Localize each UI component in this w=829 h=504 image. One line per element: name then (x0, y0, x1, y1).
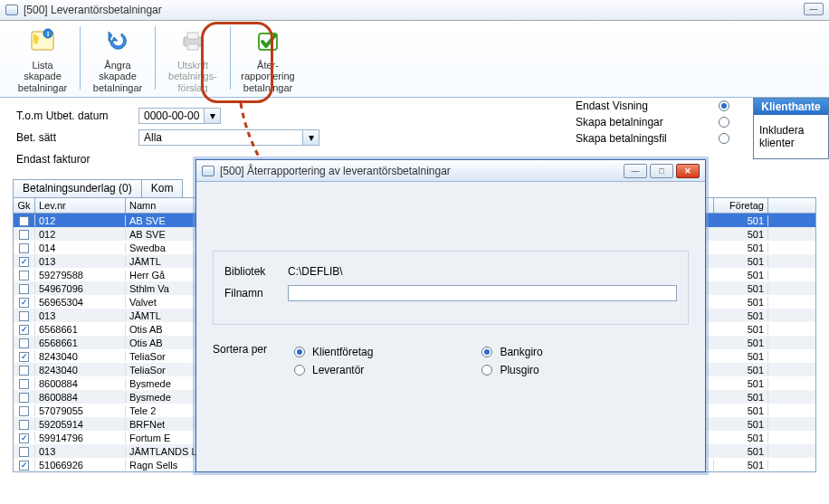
toolbar-lista-button[interactable]: i Lista skapade betalningar (9, 26, 76, 94)
chevron-down-icon[interactable]: ▾ (204, 109, 220, 123)
row-checkbox[interactable] (19, 230, 29, 240)
printer-icon (159, 28, 226, 56)
cell-levnr: 59279588 (35, 270, 126, 281)
radio-leverantor-label: Leverantör (312, 364, 364, 376)
dialog-titlebar[interactable]: [500] Återrapportering av leverantörsbet… (196, 160, 705, 182)
cell-levnr: 013 (35, 446, 126, 457)
cell-foretag: 501 (714, 419, 768, 430)
dialog-max-button[interactable]: □ (650, 164, 673, 178)
row-checkbox[interactable] (19, 338, 29, 348)
radio-leverantor[interactable] (294, 365, 305, 376)
svg-text:i: i (47, 30, 49, 38)
bet-value: Alla (139, 130, 167, 145)
dialog-min-button[interactable]: — (624, 164, 647, 178)
sort-label: Sortera per (213, 343, 294, 356)
radio-endast-visning[interactable] (719, 100, 729, 111)
radio-skapa-betal-label: Skapa betalningar (576, 116, 711, 128)
cell-levnr: 54967096 (35, 283, 126, 294)
main-title: [500] Leverantörsbetalningar (24, 4, 162, 16)
row-checkbox[interactable] (19, 284, 29, 294)
cell-foretag: 501 (714, 446, 768, 457)
row-checkbox[interactable] (19, 257, 29, 267)
klient-panel: Klienthante Inkludera klienter (753, 98, 829, 159)
radio-plusgiro[interactable] (481, 365, 492, 376)
dialog-title: [500] Återrapportering av leverantörsbet… (220, 165, 451, 177)
dialog-body: Bibliotek C:\DEFLIB\ Filnamn Sortera per… (196, 182, 705, 383)
row-checkbox[interactable] (19, 461, 29, 471)
radio-bankgiro[interactable] (481, 347, 492, 357)
tom-date-field[interactable]: 0000-00-00 ▾ (138, 108, 221, 124)
row-checkbox[interactable] (19, 393, 29, 403)
cell-levnr: 51066926 (35, 460, 126, 471)
toolbar-angra-label: Ångra skapade betalningar (93, 60, 142, 93)
cell-levnr: 59914796 (35, 433, 126, 443)
cell-foretag: 501 (714, 392, 768, 403)
cell-foretag: 501 (714, 351, 768, 362)
cell-levnr: 8243040 (35, 351, 126, 362)
tab-betalningsunderlag[interactable]: Betalningsunderlag (0) (13, 179, 142, 197)
dialog-aterrapportering[interactable]: [500] Återrapportering av leverantörsbet… (195, 159, 706, 472)
radio-endast-visning-label: Endast Visning (576, 100, 711, 112)
col-for[interactable]: Företag (714, 198, 768, 213)
radio-klientforetag[interactable] (294, 347, 305, 357)
cell-levnr: 013 (35, 310, 126, 321)
row-checkbox[interactable] (19, 243, 29, 253)
tab-kom[interactable]: Kom (141, 179, 184, 197)
main-titlebar[interactable]: [500] Leverantörsbetalningar — (0, 0, 829, 21)
row-checkbox[interactable] (19, 366, 29, 376)
row-checkbox[interactable] (19, 433, 29, 443)
sort-right-group: Bankgiro Plusgiro (481, 343, 542, 379)
cell-foretag: 501 (714, 215, 768, 226)
cell-foretag: 501 (714, 256, 768, 267)
radio-plusgiro-label: Plusgiro (500, 364, 538, 376)
dialog-close-button[interactable]: ✕ (676, 164, 700, 178)
radio-skapa-betal[interactable] (719, 117, 729, 128)
list-icon: i (9, 28, 76, 56)
fil-label: Filnamn (224, 287, 288, 300)
col-lev[interactable]: Lev.nr (35, 198, 126, 213)
cell-levnr: 013 (35, 256, 126, 267)
cell-levnr: 6568661 (35, 338, 126, 348)
row-checkbox[interactable] (19, 420, 29, 430)
cell-levnr: 012 (35, 215, 126, 226)
bet-combo[interactable]: Alla ▾ (138, 129, 319, 146)
radio-skapa-fil[interactable] (719, 133, 729, 144)
col-gk[interactable]: Gk (14, 198, 35, 213)
row-checkbox[interactable] (19, 447, 29, 457)
app-icon (5, 5, 18, 15)
row-checkbox[interactable] (19, 311, 29, 321)
cell-foretag: 501 (714, 378, 768, 389)
row-checkbox[interactable] (19, 216, 29, 226)
cell-levnr: 8600884 (35, 392, 126, 403)
toolbar-lista-label: Lista skapade betalningar (18, 60, 67, 93)
cell-foretag: 501 (714, 310, 768, 321)
main-window: [500] Leverantörsbetalningar — i Lista s… (0, 0, 829, 504)
row-checkbox[interactable] (19, 325, 29, 335)
row-checkbox[interactable] (19, 379, 29, 389)
klient-inkl-label: Inkludera klienter (754, 115, 828, 158)
row-checkbox[interactable] (19, 352, 29, 362)
toolbar-ater-button[interactable]: Åter- rapportering betalningar (234, 26, 301, 94)
chevron-down-icon[interactable]: ▾ (302, 130, 319, 145)
app-icon (202, 166, 214, 176)
main-min-button[interactable]: — (804, 3, 824, 15)
row-checkbox[interactable] (19, 298, 29, 308)
cell-foretag: 501 (714, 338, 768, 348)
sort-left-group: Klientföretag Leverantör (294, 343, 373, 379)
lib-value: C:\DEFLIB\ (288, 265, 343, 278)
tom-label: T.o.m Utbet. datum (16, 109, 138, 122)
main-toolbar: i Lista skapade betalningar Ångra skapad… (0, 21, 829, 98)
bet-label: Bet. sätt (16, 131, 138, 144)
undo-icon (84, 28, 151, 56)
cell-foretag: 501 (714, 270, 768, 281)
klient-panel-title: Klienthante (754, 99, 828, 115)
cell-levnr: 6568661 (35, 324, 126, 335)
fil-input[interactable] (288, 285, 677, 301)
mode-radio-group: Endast Visning Skapa betalningar Skapa b… (576, 98, 729, 147)
row-checkbox[interactable] (19, 406, 29, 416)
check-green-icon (234, 28, 301, 56)
toolbar-angra-button[interactable]: Ångra skapade betalningar (84, 26, 151, 94)
endast-fakturor-label: Endast fakturor (16, 153, 138, 166)
cell-levnr: 56965304 (35, 297, 126, 308)
row-checkbox[interactable] (19, 271, 29, 281)
